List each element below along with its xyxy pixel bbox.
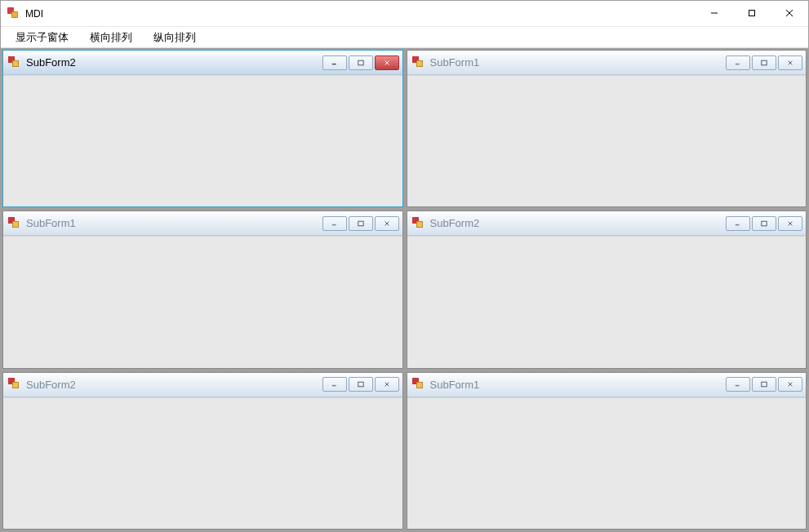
svg-rect-12 (331, 224, 336, 226)
child-title: SubForm2 (430, 217, 727, 229)
child-close-button[interactable] (375, 377, 399, 392)
child-titlebar[interactable]: SubForm2 (3, 373, 402, 397)
window-controls (696, 1, 808, 26)
child-body (3, 397, 402, 529)
menu-show-subforms[interactable]: 显示子窗体 (7, 28, 77, 47)
child-titlebar[interactable]: SubForm1 (407, 373, 807, 397)
child-controls (322, 55, 399, 70)
svg-rect-17 (762, 221, 767, 226)
child-window[interactable]: SubForm1 (2, 211, 403, 368)
child-maximize-button[interactable] (349, 377, 373, 392)
child-window[interactable]: SubForm1 (407, 372, 807, 530)
form-icon (412, 378, 425, 391)
child-titlebar[interactable]: SubForm2 (3, 51, 402, 75)
form-icon (412, 217, 425, 230)
child-maximize-button[interactable] (752, 55, 776, 70)
maximize-button[interactable] (733, 1, 771, 25)
app-icon (7, 7, 20, 20)
svg-rect-21 (358, 382, 362, 387)
menu-bar: 显示子窗体 横向排列 纵向排列 (1, 27, 808, 48)
child-minimize-button[interactable] (726, 216, 750, 231)
menu-tile-horizontal[interactable]: 横向排列 (82, 28, 140, 47)
child-controls (726, 55, 802, 70)
child-close-button[interactable] (778, 216, 802, 231)
child-maximize-button[interactable] (349, 55, 373, 70)
child-titlebar[interactable]: SubForm2 (407, 211, 807, 236)
child-titlebar[interactable]: SubForm1 (3, 211, 402, 236)
form-icon (8, 56, 21, 69)
child-close-button[interactable] (375, 55, 399, 70)
mdi-client-area: SubForm2 SubForm1 (1, 48, 808, 531)
child-minimize-button[interactable] (322, 55, 347, 70)
minimize-button[interactable] (696, 1, 733, 25)
child-close-button[interactable] (375, 216, 399, 231)
child-title: SubForm1 (430, 379, 727, 391)
child-minimize-button[interactable] (726, 377, 750, 392)
child-controls (322, 377, 399, 392)
child-title: SubForm2 (26, 56, 322, 69)
main-titlebar[interactable]: MDI (1, 1, 808, 27)
svg-rect-9 (762, 60, 767, 65)
child-window[interactable]: SubForm1 (407, 50, 807, 207)
form-icon (8, 378, 21, 391)
child-minimize-button[interactable] (322, 377, 347, 392)
child-window[interactable]: SubForm2 (407, 211, 807, 368)
child-window[interactable]: SubForm2 (2, 372, 403, 530)
child-title: SubForm2 (26, 379, 322, 391)
child-close-button[interactable] (778, 55, 802, 70)
child-maximize-button[interactable] (752, 216, 776, 231)
form-icon (412, 56, 425, 69)
svg-rect-1 (749, 11, 755, 16)
svg-rect-25 (762, 382, 767, 387)
child-title: SubForm1 (430, 56, 727, 69)
svg-rect-13 (358, 221, 362, 226)
svg-rect-24 (736, 385, 740, 387)
svg-rect-4 (331, 63, 336, 64)
svg-rect-5 (358, 60, 362, 65)
child-body (3, 236, 402, 367)
child-body (407, 75, 807, 206)
svg-rect-16 (736, 224, 740, 226)
child-controls (726, 377, 802, 392)
child-titlebar[interactable]: SubForm1 (407, 51, 807, 75)
child-title: SubForm1 (26, 217, 322, 229)
child-controls (322, 216, 399, 231)
form-icon (8, 217, 21, 230)
child-maximize-button[interactable] (752, 377, 776, 392)
child-window[interactable]: SubForm2 (2, 50, 403, 207)
svg-rect-8 (736, 63, 740, 64)
child-controls (726, 216, 802, 231)
child-body (407, 236, 807, 367)
window-title: MDI (25, 8, 43, 20)
child-maximize-button[interactable] (349, 216, 373, 231)
main-window: MDI 显示子窗体 横向排列 纵向排列 SubForm2 (0, 0, 809, 532)
child-minimize-button[interactable] (322, 216, 347, 231)
child-close-button[interactable] (778, 377, 802, 392)
svg-rect-20 (331, 385, 336, 387)
child-minimize-button[interactable] (726, 55, 750, 70)
child-body (3, 75, 402, 206)
child-body (407, 397, 807, 529)
menu-tile-vertical[interactable]: 纵向排列 (145, 28, 204, 47)
close-button[interactable] (771, 1, 808, 25)
